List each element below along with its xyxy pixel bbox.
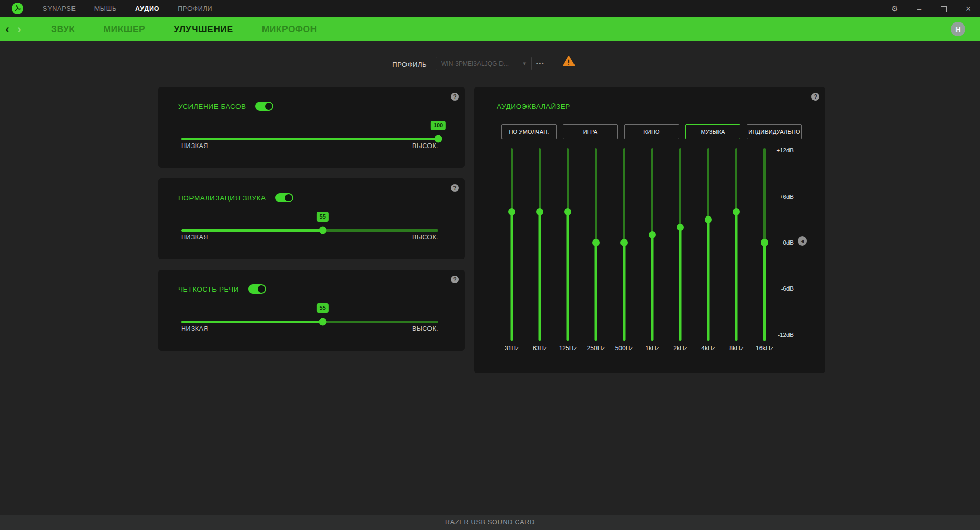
slider-min-label: НИЗКАЯ xyxy=(181,142,208,150)
eq-thumb[interactable] xyxy=(705,216,712,223)
eq-track-lower[interactable] xyxy=(623,243,626,341)
slider-track[interactable] xyxy=(181,229,438,232)
slider-range-labels: НИЗКАЯВЫСОК. xyxy=(181,234,438,241)
eq-track-lower[interactable] xyxy=(651,235,654,341)
preset-button-5[interactable]: ИНДИВИДУАЛЬНО xyxy=(747,124,802,139)
eq-db-label: -6dB xyxy=(763,285,794,292)
profile-more-button[interactable]: ••• xyxy=(536,57,545,70)
slider-value-badge: 55 xyxy=(317,212,329,222)
back-arrow-icon[interactable]: ‹ xyxy=(5,23,9,35)
device-name: RAZER USB SOUND CARD xyxy=(445,519,535,526)
equalizer-presets: ПО УМОЛЧАН.ИГРАКИНОМУЗЫКАИНДИВИДУАЛЬНО xyxy=(501,124,802,139)
preset-button-3[interactable]: КИНО xyxy=(624,124,679,139)
minimize-icon[interactable]: – xyxy=(915,4,924,13)
eq-band-1kHz xyxy=(642,148,662,341)
eq-track-upper[interactable] xyxy=(735,148,737,212)
eq-thumb[interactable] xyxy=(536,208,543,215)
settings-panel-3: ЧЕТКОСТЬ РЕЧИ?55НИЗКАЯВЫСОК. xyxy=(158,270,465,351)
eq-thumb[interactable] xyxy=(733,208,740,215)
eq-track-upper[interactable] xyxy=(567,148,569,212)
eq-track-upper[interactable] xyxy=(511,148,513,212)
settings-gear-icon[interactable]: ⚙ xyxy=(890,4,899,13)
slider-value-badge: 100 xyxy=(431,121,446,130)
eq-frequency-label: 16kHz xyxy=(749,345,780,352)
tab-3[interactable]: УЛУЧШЕНИЕ xyxy=(174,24,233,35)
tab-4[interactable]: МИКРОФОН xyxy=(262,24,317,35)
profile-label: ПРОФИЛЬ xyxy=(347,61,427,68)
eq-frequency-label: 63Hz xyxy=(524,345,555,352)
forward-arrow-icon[interactable]: › xyxy=(17,23,21,35)
help-icon[interactable]: ? xyxy=(451,93,459,101)
eq-thumb[interactable] xyxy=(508,208,515,215)
eq-track-lower[interactable] xyxy=(595,243,597,341)
help-icon[interactable]: ? xyxy=(451,276,459,283)
avatar[interactable]: H xyxy=(951,22,965,36)
help-icon[interactable]: ? xyxy=(451,184,459,192)
eq-frequency-label: 31Hz xyxy=(496,345,527,352)
eq-track-upper[interactable] xyxy=(707,148,709,220)
close-icon[interactable]: × xyxy=(964,4,973,13)
eq-thumb[interactable] xyxy=(592,239,600,246)
titlebar: SYNAPSEМЫШЬАУДИОПРОФИЛИ ⚙ – × xyxy=(0,0,980,17)
slider-track[interactable] xyxy=(181,321,438,323)
eq-track-lower[interactable] xyxy=(735,212,738,341)
menu-item-1[interactable]: SYNAPSE xyxy=(43,5,76,12)
eq-band-500Hz xyxy=(614,148,634,341)
eq-track-upper[interactable] xyxy=(623,148,625,243)
slider-range-labels: НИЗКАЯВЫСОК. xyxy=(181,142,438,150)
eq-thumb[interactable] xyxy=(677,224,684,231)
slider-handle[interactable] xyxy=(435,135,442,143)
help-icon[interactable]: ? xyxy=(811,93,819,101)
slider-handle[interactable] xyxy=(319,227,326,234)
statusbar: RAZER USB SOUND CARD xyxy=(0,515,980,530)
eq-track-lower[interactable] xyxy=(511,212,513,341)
tab-1[interactable]: ЗВУК xyxy=(51,24,75,35)
equalizer-title: АУДИОЭКВАЛАЙЗЕР xyxy=(497,103,570,110)
eq-track-upper[interactable] xyxy=(679,148,681,227)
slider: 55НИЗКАЯВЫСОК. xyxy=(181,178,438,259)
menu-item-4[interactable]: ПРОФИЛИ xyxy=(178,5,212,12)
preset-button-2[interactable]: ИГРА xyxy=(563,124,618,139)
eq-frequency-label: 125Hz xyxy=(553,345,583,352)
preset-button-4[interactable]: МУЗЫКА xyxy=(685,124,740,139)
razer-synapse-window: SYNAPSEМЫШЬАУДИОПРОФИЛИ ⚙ – × ‹ › ЗВУКМИ… xyxy=(0,0,980,530)
eq-track-lower[interactable] xyxy=(679,227,682,341)
slider: 55НИЗКАЯВЫСОК. xyxy=(181,270,438,351)
eq-track-lower[interactable] xyxy=(539,212,541,341)
eq-band-250Hz xyxy=(586,148,606,341)
slider-track-fill xyxy=(181,138,438,140)
eq-track-upper[interactable] xyxy=(595,148,597,243)
reset-equalizer-icon[interactable]: ◀ xyxy=(798,236,807,246)
slider-max-label: ВЫСОК. xyxy=(412,325,438,332)
eq-band-31Hz xyxy=(501,148,522,341)
eq-db-label: +12dB xyxy=(763,147,794,154)
window-controls: ⚙ – × xyxy=(890,0,973,17)
preset-button-1[interactable]: ПО УМОЛЧАН. xyxy=(501,124,557,139)
eq-frequency-label: 250Hz xyxy=(581,345,611,352)
eq-db-label: 0dB xyxy=(763,239,794,246)
slider-track[interactable] xyxy=(181,138,438,140)
eq-thumb[interactable] xyxy=(564,208,571,215)
eq-track-lower[interactable] xyxy=(707,220,710,341)
eq-db-label: +6dB xyxy=(763,193,794,200)
chevron-down-icon: ▾ xyxy=(523,60,526,67)
eq-frequency-label: 2kHz xyxy=(665,345,696,352)
slider-min-label: НИЗКАЯ xyxy=(181,325,208,332)
eq-track-upper[interactable] xyxy=(651,148,653,235)
eq-band-4kHz xyxy=(698,148,719,341)
restore-icon[interactable] xyxy=(939,4,948,13)
slider-handle[interactable] xyxy=(319,318,326,326)
tab-2[interactable]: МИКШЕР xyxy=(104,24,146,35)
eq-track-upper[interactable] xyxy=(539,148,541,212)
profile-selected-value: WIN-3PMEI3ALJQG-D... xyxy=(441,60,520,67)
eq-band-63Hz xyxy=(530,148,550,341)
eq-thumb[interactable] xyxy=(649,231,656,238)
eq-thumb[interactable] xyxy=(620,239,628,246)
equalizer-panel: АУДИОЭКВАЛАЙЗЕР ? ПО УМОЛЧАН.ИГРАКИНОМУЗ… xyxy=(474,87,825,373)
profile-dropdown[interactable]: WIN-3PMEI3ALJQG-D... ▾ xyxy=(436,57,532,70)
warning-icon[interactable] xyxy=(562,55,576,67)
eq-track-lower[interactable] xyxy=(567,212,569,341)
razer-logo-icon[interactable] xyxy=(12,3,23,14)
menu-item-2[interactable]: МЫШЬ xyxy=(94,5,117,12)
menu-item-3[interactable]: АУДИО xyxy=(135,5,159,12)
